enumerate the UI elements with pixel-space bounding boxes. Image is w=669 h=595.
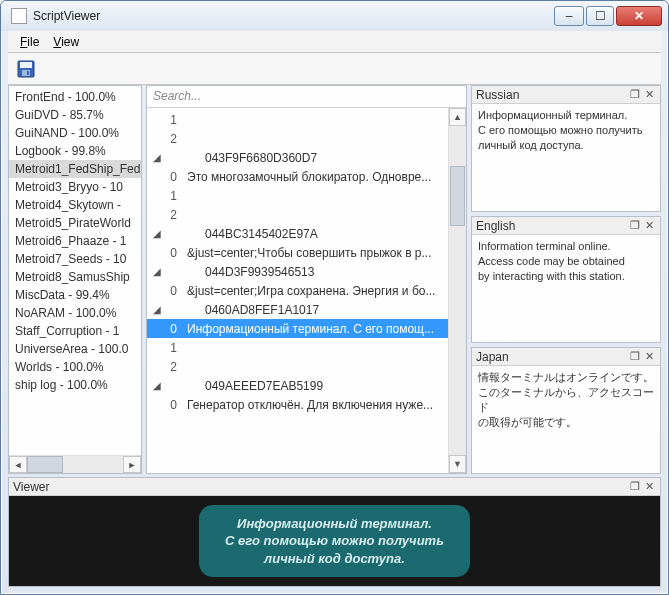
close-icon[interactable]: ✕ — [642, 350, 656, 364]
lang-head[interactable]: English ❐ ✕ — [472, 217, 660, 235]
expand-toggle-icon[interactable]: ◢ — [151, 266, 163, 277]
viewer-title: Viewer — [13, 480, 628, 494]
undock-icon[interactable]: ❐ — [628, 350, 642, 364]
viewer-panel: Viewer ❐ ✕ Информационный терминал.С его… — [8, 477, 661, 587]
tree-row[interactable]: 2 — [147, 205, 448, 224]
file-list-item[interactable]: FrontEnd - 100.0% — [9, 88, 141, 106]
scroll-thumb[interactable] — [450, 166, 465, 226]
lang-box-russian: Russian ❐ ✕ Информационный терминал.С ег… — [471, 85, 661, 212]
file-list[interactable]: FrontEnd - 100.0%GuiDVD - 85.7%GuiNAND -… — [9, 86, 141, 455]
row-text: &just=center;Игра сохранена. Энергия и б… — [187, 284, 444, 298]
row-index: 0 — [163, 284, 187, 298]
tree-row[interactable]: 0Это многозамочный блокиратор. Одновре..… — [147, 167, 448, 186]
tree-group-header[interactable]: ◢049AEEED7EAB5199 — [147, 376, 448, 395]
close-icon[interactable]: ✕ — [642, 219, 656, 233]
tree-row[interactable]: 1 — [147, 186, 448, 205]
menu-view[interactable]: View — [47, 33, 85, 51]
file-list-item[interactable]: Metroid3_Bryyo - 10 — [9, 178, 141, 196]
row-index: 0 — [163, 170, 187, 184]
string-tree[interactable]: 12◢043F9F6680D360D70Это многозамочный бл… — [147, 108, 466, 473]
row-text: 044D3F9939546513 — [187, 265, 444, 279]
lang-text-japan[interactable]: 情報ターミナルはオンラインです。このターミナルから、アクセスコードの取得が可能で… — [472, 366, 660, 433]
scroll-down-button[interactable]: ▼ — [449, 455, 466, 473]
window-title: ScriptViewer — [33, 9, 554, 23]
tree-row[interactable]: 2 — [147, 129, 448, 148]
file-list-item[interactable]: GuiDVD - 85.7% — [9, 106, 141, 124]
file-list-item[interactable]: GuiNAND - 100.0% — [9, 124, 141, 142]
undock-icon[interactable]: ❐ — [628, 219, 642, 233]
expand-toggle-icon[interactable]: ◢ — [151, 152, 163, 163]
file-list-item[interactable]: Logbook - 99.8% — [9, 142, 141, 160]
save-icon — [17, 60, 35, 78]
undock-icon[interactable]: ❐ — [628, 480, 642, 494]
menu-file[interactable]: File — [14, 33, 45, 51]
lang-head[interactable]: Japan ❐ ✕ — [472, 348, 660, 366]
svg-rect-1 — [20, 62, 32, 68]
viewer-head[interactable]: Viewer ❐ ✕ — [9, 478, 660, 496]
file-list-item[interactable]: Staff_Corruption - 1 — [9, 322, 141, 340]
lang-text-russian[interactable]: Информационный терминал.С его помощью мо… — [472, 104, 660, 157]
content-area: FrontEnd - 100.0%GuiDVD - 85.7%GuiNAND -… — [8, 85, 661, 474]
lang-head[interactable]: Russian ❐ ✕ — [472, 86, 660, 104]
file-list-item[interactable]: Metroid6_Phaaze - 1 — [9, 232, 141, 250]
close-icon[interactable]: ✕ — [642, 88, 656, 102]
titlebar[interactable]: ScriptViewer – ☐ ✕ — [1, 1, 668, 31]
scroll-left-button[interactable]: ◄ — [9, 456, 27, 473]
lang-text-english[interactable]: Information terminal online.Access code … — [472, 235, 660, 288]
expand-toggle-icon[interactable]: ◢ — [151, 380, 163, 391]
svg-rect-3 — [27, 71, 29, 75]
file-list-item[interactable]: Metroid1_FedShip_Fed — [9, 160, 141, 178]
tree-group-header[interactable]: ◢044BC3145402E97A — [147, 224, 448, 243]
row-text: 0460AD8FEF1A1017 — [187, 303, 444, 317]
tree-row[interactable]: 0&just=center;Игра сохранена. Энергия и … — [147, 281, 448, 300]
app-icon — [11, 8, 27, 24]
file-list-item[interactable]: ship log - 100.0% — [9, 376, 141, 394]
row-index: 0 — [163, 398, 187, 412]
scroll-track[interactable] — [27, 456, 123, 473]
row-index: 0 — [163, 246, 187, 260]
file-list-item[interactable]: UniverseArea - 100.0 — [9, 340, 141, 358]
tree-row[interactable]: 0Генератор отключён. Для включения нуже.… — [147, 395, 448, 414]
tree-row[interactable]: 1 — [147, 110, 448, 129]
tree-vscroll[interactable]: ▲ ▼ — [448, 108, 466, 473]
tree-row[interactable]: 1 — [147, 338, 448, 357]
toolbar — [8, 53, 661, 85]
close-icon[interactable]: ✕ — [642, 480, 656, 494]
tree-row[interactable]: 2 — [147, 357, 448, 376]
file-list-item[interactable]: Metroid5_PirateWorld — [9, 214, 141, 232]
lang-box-english: English ❐ ✕ Information terminal online.… — [471, 216, 661, 343]
expand-toggle-icon[interactable]: ◢ — [151, 304, 163, 315]
scroll-thumb[interactable] — [27, 456, 63, 473]
tree-group-header[interactable]: ◢043F9F6680D360D7 — [147, 148, 448, 167]
file-list-item[interactable]: Worlds - 100.0% — [9, 358, 141, 376]
row-index: 0 — [163, 322, 187, 336]
search-input[interactable]: Search... — [147, 86, 466, 108]
window-controls: – ☐ ✕ — [554, 6, 662, 26]
lang-box-japan: Japan ❐ ✕ 情報ターミナルはオンラインです。このターミナルから、アクセス… — [471, 347, 661, 474]
app-window: ScriptViewer – ☐ ✕ File View FrontEnd - … — [0, 0, 669, 595]
close-button[interactable]: ✕ — [616, 6, 662, 26]
file-list-item[interactable]: NoARAM - 100.0% — [9, 304, 141, 322]
tree-panel: Search... 12◢043F9F6680D360D70Это многоз… — [146, 85, 467, 474]
tree-row[interactable]: 0Информационный терминал. С его помощ... — [147, 319, 448, 338]
row-text: Информационный терминал. С его помощ... — [187, 322, 444, 336]
tree-group-header[interactable]: ◢0460AD8FEF1A1017 — [147, 300, 448, 319]
tree-group-header[interactable]: ◢044D3F9939546513 — [147, 262, 448, 281]
file-list-item[interactable]: Metroid7_Seeds - 10 — [9, 250, 141, 268]
file-list-hscroll[interactable]: ◄ ► — [9, 455, 141, 473]
file-list-item[interactable]: Metroid4_Skytown - — [9, 196, 141, 214]
expand-toggle-icon[interactable]: ◢ — [151, 228, 163, 239]
maximize-button[interactable]: ☐ — [586, 6, 614, 26]
scroll-right-button[interactable]: ► — [123, 456, 141, 473]
scroll-up-button[interactable]: ▲ — [449, 108, 466, 126]
minimize-button[interactable]: – — [554, 6, 584, 26]
row-text: 049AEEED7EAB5199 — [187, 379, 444, 393]
tree-row[interactable]: 0&just=center;Чтобы совершить прыжок в р… — [147, 243, 448, 262]
row-text: &just=center;Чтобы совершить прыжок в р.… — [187, 246, 444, 260]
lang-title: Russian — [476, 88, 628, 102]
file-list-item[interactable]: Metroid8_SamusShip — [9, 268, 141, 286]
undock-icon[interactable]: ❐ — [628, 88, 642, 102]
save-button[interactable] — [14, 57, 38, 81]
scroll-track[interactable] — [449, 126, 466, 455]
file-list-item[interactable]: MiscData - 99.4% — [9, 286, 141, 304]
